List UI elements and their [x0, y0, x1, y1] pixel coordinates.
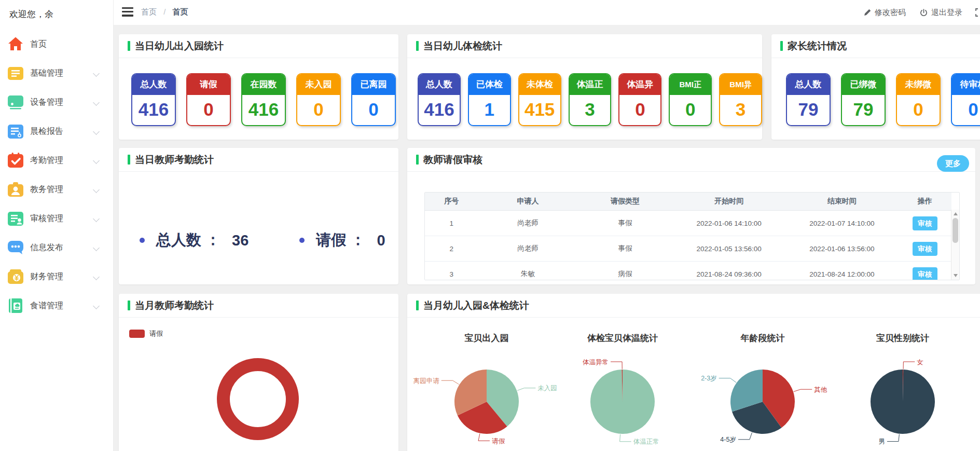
sidebar-item-label: 基础管理 — [30, 68, 63, 79]
more-button[interactable]: 更多 — [937, 155, 969, 172]
recipe-icon — [7, 297, 24, 315]
stat-tile: 请假0 — [186, 73, 231, 126]
stat-tile: BMI异3 — [719, 73, 762, 126]
stat-tile-value: 79 — [787, 95, 830, 125]
chevron-down-icon — [93, 157, 100, 164]
pie-label-line — [794, 389, 812, 391]
leave-table-wrap: 序号申请人请假类型开始时间结束时间操作 1尚老师事假2022-01-06 14:… — [424, 192, 960, 280]
card-title: 家长统计情况 — [771, 34, 980, 58]
stat-tiles: 总人数79已绑微79未绑微0待审核0 — [771, 58, 980, 126]
title-accent-bar — [128, 155, 130, 165]
stat-tile-value: 3 — [570, 95, 611, 125]
table-cell: 1 — [425, 211, 478, 236]
pie-age: 其他4-5岁2-3岁 — [687, 344, 838, 451]
chevron-down-icon — [93, 244, 100, 251]
topbar-actions: 修改密码 退出登录 — [863, 0, 962, 25]
stat-tile: 未绑微0 — [896, 73, 941, 126]
legend-label: 请假 — [149, 329, 163, 338]
stat-tile-label: 在园数 — [242, 74, 285, 95]
logout-button[interactable]: 退出登录 — [919, 8, 962, 18]
leave-table: 序号申请人请假类型开始时间结束时间操作 1尚老师事假2022-01-06 14:… — [425, 193, 951, 280]
stat-tile-value: 1 — [469, 95, 510, 125]
breadcrumb-current: 首页 — [173, 7, 188, 16]
table-cell: 事假 — [578, 211, 673, 236]
sidebar-item-report[interactable]: 晨检报告 — [0, 117, 113, 146]
breadcrumb-separator: / — [163, 7, 165, 16]
stat-tile-label: 已离园 — [352, 74, 395, 95]
title-accent-bar — [416, 300, 419, 310]
fullscreen-icon[interactable] — [975, 8, 980, 17]
table-cell: 病假 — [578, 262, 673, 281]
pie-temp: 体温正常体温异常 — [547, 344, 698, 451]
stat-tile-value: 416 — [242, 95, 285, 125]
stat-tile-label: BMI正 — [670, 74, 711, 95]
table-cell: 事假 — [578, 236, 673, 262]
sidebar-item-label: 考勤管理 — [30, 155, 63, 166]
pie-label: 2-3岁 — [701, 375, 717, 382]
table-cell: 2021-08-24 09:36:00 — [672, 262, 785, 281]
stat-tile-value: 0 — [297, 95, 340, 125]
pie-label-line — [903, 362, 915, 369]
card-child-inout: 当日幼儿出入园统计 总人数416请假0在园数416未入园0已离园0 — [119, 34, 398, 140]
base-icon — [7, 64, 24, 82]
sidebar-item-msg[interactable]: 信息发布 — [0, 233, 113, 262]
stat-tile-value: 3 — [720, 95, 761, 125]
sidebar-item-base[interactable]: 基础管理 — [0, 59, 113, 88]
table-header-row: 序号申请人请假类型开始时间结束时间操作 — [425, 193, 951, 211]
scroll-up-icon[interactable] — [954, 212, 958, 215]
stat-tile-value: 0 — [897, 95, 940, 125]
welcome-text: 欢迎您，余 — [0, 0, 113, 20]
sidebar-item-home[interactable]: 首页 — [0, 30, 113, 59]
chevron-down-icon — [93, 303, 100, 309]
pie-label: 4-5岁 — [720, 436, 736, 443]
chevron-down-icon — [93, 186, 100, 193]
stat-tile-label: BMI异 — [720, 74, 761, 95]
chevron-down-icon — [93, 274, 100, 280]
title-accent-bar — [780, 41, 783, 51]
chevron-down-icon — [93, 215, 100, 222]
pie-label-line — [611, 362, 622, 369]
table-row: 2尚老师事假2022-01-05 13:56:002022-01-06 13:5… — [425, 236, 951, 262]
sidebar: 欢迎您，余 首页基础管理设备管理晨检报告考勤管理教务管理审核管理信息发布财务管理… — [0, 0, 114, 451]
stat-tile: 在园数416 — [241, 73, 286, 126]
pie-label: 体温异常 — [583, 359, 609, 366]
stat-tile: 待审核0 — [951, 73, 980, 126]
scroll-thumb[interactable] — [953, 218, 958, 243]
stat-tile-label: 体温正 — [570, 74, 611, 95]
scroll-down-icon[interactable] — [954, 274, 958, 277]
table-cell: 2 — [425, 236, 478, 262]
sidebar-item-label: 食谱管理 — [30, 300, 63, 311]
table-cell: 3 — [425, 262, 478, 281]
sidebar-item-audit[interactable]: 审核管理 — [0, 204, 113, 233]
audit-button[interactable]: 审核 — [913, 267, 937, 281]
audit-button[interactable]: 审核 — [913, 216, 937, 230]
pie-label: 男 — [878, 438, 885, 445]
table-column-header: 申请人 — [478, 193, 578, 211]
title-accent-bar — [128, 300, 130, 310]
stat-tile-label: 未入园 — [297, 74, 340, 95]
card-teacher-month: 当月教师考勤统计 请假 — [119, 294, 398, 451]
card-child-health: 当日幼儿体检统计 总人数416已体检1未体检415体温正3体温异0BMI正0BM… — [407, 34, 762, 140]
sidebar-item-attend[interactable]: 考勤管理 — [0, 146, 113, 175]
hamburger-menu-icon[interactable] — [122, 7, 133, 17]
sidebar-item-edu[interactable]: 教务管理 — [0, 175, 113, 204]
change-password-button[interactable]: 修改密码 — [863, 8, 906, 18]
card-teacher-today: 当日教师考勤统计 总人数 ： 36 请假 ： 0 — [119, 148, 398, 284]
sidebar-item-label: 首页 — [30, 39, 47, 50]
sidebar-item-recipe[interactable]: 食谱管理 — [0, 291, 113, 320]
pie-label-line — [620, 434, 631, 442]
stat-tile: 总人数79 — [786, 73, 831, 126]
stat-tile-label: 总人数 — [132, 74, 175, 95]
pie-gender: 女男 — [827, 344, 978, 451]
report-icon — [7, 122, 24, 140]
audit-button[interactable]: 审核 — [913, 242, 937, 256]
sidebar-item-device[interactable]: 设备管理 — [0, 88, 113, 117]
audit-icon — [7, 210, 24, 227]
table-scrollbar[interactable] — [951, 210, 959, 280]
sidebar-item-label: 审核管理 — [30, 213, 63, 224]
teacher-month-donut-chart — [119, 339, 398, 451]
stat-tile-value: 415 — [519, 95, 560, 125]
sidebar-item-finance[interactable]: 财务管理 — [0, 262, 113, 291]
stat-tile-label: 待审核 — [952, 74, 980, 95]
breadcrumb-home[interactable]: 首页 — [141, 7, 157, 16]
